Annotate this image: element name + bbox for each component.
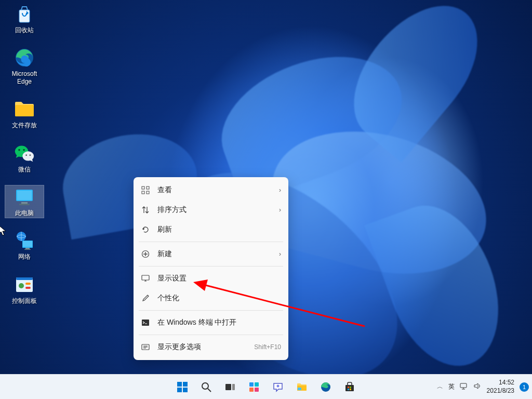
volume-tray-icon[interactable] — [473, 382, 482, 392]
wechat-icon[interactable]: 微信 — [5, 142, 44, 174]
clock-date: 2021/8/23 — [487, 387, 514, 395]
svg-rect-16 — [23, 241, 32, 247]
ctx-new[interactable]: 新建 › — [134, 244, 288, 264]
monitor-icon — [141, 274, 150, 283]
svg-rect-26 — [142, 191, 144, 194]
store-button[interactable] — [339, 377, 360, 397]
files-folder-icon[interactable]: 文件存放 — [5, 98, 44, 130]
network-icon[interactable]: 网络 — [5, 229, 44, 261]
svg-rect-31 — [142, 320, 149, 326]
svg-line-40 — [208, 389, 211, 392]
start-button[interactable] — [172, 377, 193, 397]
svg-rect-42 — [232, 384, 235, 390]
separator — [139, 335, 283, 335]
ime-lang: 英 — [448, 382, 455, 391]
separator — [139, 310, 283, 311]
svg-point-8 — [25, 154, 27, 156]
taskbar-right: ︿ 英 14:52 2021/8/23 1 — [437, 379, 529, 395]
widgets-button[interactable] — [244, 377, 264, 397]
clock-time: 14:52 — [499, 379, 514, 387]
svg-rect-45 — [249, 388, 254, 392]
desktop[interactable]: 回收站 Microsoft Edge 文件存放 微信 此电脑 — [0, 0, 532, 399]
svg-point-9 — [29, 154, 31, 156]
svg-rect-24 — [142, 187, 144, 189]
ime-indicator[interactable]: 英 — [448, 382, 455, 391]
ctx-personalize[interactable]: 个性化 — [134, 288, 288, 308]
files-folder-label: 文件存放 — [12, 122, 37, 129]
svg-rect-53 — [350, 387, 351, 388]
svg-rect-49 — [298, 388, 301, 390]
svg-rect-17 — [25, 248, 30, 249]
svg-rect-13 — [19, 204, 30, 205]
control-panel-label: 控制面板 — [12, 297, 37, 304]
network-tray-icon[interactable] — [460, 382, 468, 392]
svg-rect-56 — [460, 383, 467, 388]
grid-icon — [141, 185, 150, 195]
svg-rect-27 — [147, 191, 149, 194]
ctx-open-terminal[interactable]: 在 Windows 终端 中打开 — [134, 313, 288, 332]
task-view-button[interactable] — [220, 377, 241, 397]
svg-point-21 — [19, 283, 24, 288]
svg-point-5 — [18, 149, 20, 151]
notification-badge[interactable]: 1 — [520, 382, 529, 392]
ctx-personalize-label: 个性化 — [157, 294, 281, 303]
plus-circle-icon — [141, 249, 150, 259]
ctx-more-shortcut: Shift+F10 — [254, 343, 281, 351]
network-label: 网络 — [18, 253, 31, 260]
ctx-refresh-label: 刷新 — [157, 225, 281, 234]
file-explorer-button[interactable] — [291, 377, 312, 397]
svg-rect-35 — [177, 382, 182, 387]
svg-rect-44 — [255, 382, 259, 387]
svg-rect-46 — [255, 388, 259, 392]
chevron-right-icon: › — [279, 250, 281, 258]
svg-rect-36 — [183, 382, 188, 387]
refresh-icon — [141, 225, 150, 234]
desktop-icons: 回收站 Microsoft Edge 文件存放 微信 此电脑 — [5, 3, 44, 305]
svg-point-47 — [277, 384, 280, 387]
svg-rect-23 — [25, 287, 31, 289]
ctx-more-options[interactable]: 显示更多选项 Shift+F10 — [134, 337, 288, 357]
this-pc-icon[interactable]: 此电脑 — [5, 185, 44, 218]
svg-rect-43 — [249, 382, 254, 387]
control-panel-icon[interactable]: 控制面板 — [5, 273, 44, 305]
svg-rect-22 — [25, 283, 31, 285]
ctx-more-label: 显示更多选项 — [157, 342, 254, 352]
edge-icon[interactable]: Microsoft Edge — [5, 46, 44, 86]
svg-point-7 — [22, 151, 34, 161]
ctx-view[interactable]: 查看 › — [134, 180, 288, 200]
recycle-bin-label: 回收站 — [15, 26, 34, 34]
svg-rect-52 — [348, 387, 349, 388]
this-pc-label: 此电脑 — [15, 209, 34, 217]
ctx-display-label: 显示设置 — [157, 274, 281, 283]
search-button[interactable] — [196, 377, 217, 397]
ctx-refresh[interactable]: 刷新 — [134, 220, 288, 240]
sort-icon — [141, 205, 150, 215]
paintbrush-icon — [141, 294, 150, 303]
taskbar-center — [172, 377, 360, 397]
ctx-terminal-label: 在 Windows 终端 中打开 — [157, 318, 281, 327]
more-options-icon — [141, 342, 150, 352]
svg-rect-3 — [15, 105, 34, 116]
svg-rect-11 — [17, 191, 32, 200]
chat-button[interactable] — [268, 377, 288, 397]
recycle-bin-icon[interactable]: 回收站 — [5, 3, 44, 35]
notif-count: 1 — [523, 384, 526, 390]
svg-rect-18 — [24, 249, 31, 250]
ctx-sort-label: 排序方式 — [157, 205, 279, 215]
separator — [139, 242, 283, 242]
desktop-context-menu: 查看 › 排序方式 › 刷新 新建 › 显示设置 个性化 — [134, 177, 288, 360]
svg-rect-54 — [348, 389, 349, 390]
svg-point-39 — [202, 383, 208, 389]
edge-button[interactable] — [315, 377, 336, 397]
terminal-icon — [141, 318, 150, 327]
tray-chevron-icon[interactable]: ︿ — [437, 382, 443, 391]
taskbar-clock[interactable]: 14:52 2021/8/23 — [487, 379, 514, 395]
svg-rect-38 — [183, 388, 188, 392]
svg-rect-20 — [16, 277, 33, 280]
ctx-new-label: 新建 — [157, 249, 279, 259]
svg-rect-41 — [225, 384, 231, 390]
svg-rect-25 — [147, 187, 149, 189]
ctx-sort[interactable]: 排序方式 › — [134, 200, 288, 220]
ctx-display-settings[interactable]: 显示设置 — [134, 269, 288, 288]
edge-label: Microsoft Edge — [6, 70, 43, 85]
